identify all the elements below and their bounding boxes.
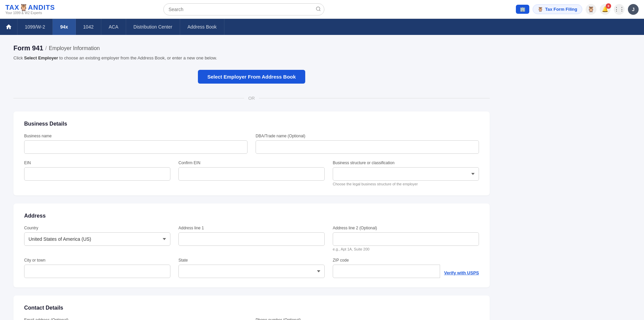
email-label: Email address (Optional) <box>24 318 248 320</box>
state-group: State Alabama Alaska Arizona California … <box>178 258 325 278</box>
email-group: Email address (Optional) <box>24 318 248 320</box>
nav-item-addressbook[interactable]: Address Book <box>180 19 224 35</box>
country-group: Country United States of America (US) Ca… <box>24 226 170 251</box>
avatar[interactable]: J <box>628 4 639 15</box>
page-hint: Click Select Employer to choose an exist… <box>13 55 490 60</box>
contact-details-section: Contact Details Email address (Optional)… <box>13 295 490 320</box>
business-icon: 🏢 <box>520 7 525 12</box>
city-label: City or town <box>24 258 170 263</box>
phone-group: Phone number (Optional) <box>256 318 479 320</box>
search-icon <box>316 6 321 12</box>
contact-row: Email address (Optional) Phone number (O… <box>24 318 479 320</box>
city-group: City or town <box>24 258 170 278</box>
zip-row: Verify with USPS <box>333 265 479 278</box>
business-name-row: Business name DBA/Trade name (Optional) <box>24 134 479 154</box>
breadcrumb-separator: / <box>45 45 47 51</box>
top-navigation: TAX🦉ANDITS Your 1099 & W2 Experts 🏢 🦉 Ta… <box>0 0 644 19</box>
structure-hint: Choose the legal business structure of t… <box>333 182 479 186</box>
phone-label: Phone number (Optional) <box>256 318 479 320</box>
structure-label: Business structure or classification <box>333 161 479 165</box>
ein-group: EIN <box>24 161 170 186</box>
business-button[interactable]: 🏢 <box>516 5 529 14</box>
address2-label: Address line 2 (Optional) <box>333 226 479 230</box>
country-address-row: Country United States of America (US) Ca… <box>24 226 479 251</box>
country-select[interactable]: United States of America (US) Canada Uni… <box>24 232 170 246</box>
logo: TAX🦉ANDITS Your 1099 & W2 Experts <box>5 4 66 15</box>
zip-label: ZIP code <box>333 258 479 263</box>
confirm-ein-group: Confirm EIN <box>178 161 325 186</box>
business-details-section: Business Details Business name DBA/Trade… <box>13 111 490 195</box>
ein-input[interactable] <box>24 167 170 181</box>
address1-group: Address line 1 <box>178 226 325 251</box>
address-title: Address <box>24 213 479 219</box>
structure-group: Business structure or classification Sol… <box>333 161 479 186</box>
address-section: Address Country United States of America… <box>13 203 490 287</box>
breadcrumb-page: Employer Information <box>49 45 100 51</box>
dba-label: DBA/Trade name (Optional) <box>256 134 479 138</box>
business-name-label: Business name <box>24 134 248 138</box>
select-employer-button[interactable]: Select Employer From Address Book <box>198 70 305 84</box>
country-label: Country <box>24 226 170 230</box>
nav-item-94x[interactable]: 94x <box>53 19 75 35</box>
nav-item-aca[interactable]: ACA <box>101 19 126 35</box>
state-label: State <box>178 258 325 263</box>
verify-usps-link[interactable]: Verify with USPS <box>444 270 479 278</box>
address2-hint: e.g., Apt 1A, Suite 200 <box>333 247 479 251</box>
or-label: OR <box>248 96 255 101</box>
address1-label: Address line 1 <box>178 226 325 230</box>
zip-input[interactable] <box>333 265 440 278</box>
address2-group: Address line 2 (Optional) e.g., Apt 1A, … <box>333 226 479 251</box>
ein-row: EIN Confirm EIN Business structure or cl… <box>24 161 479 186</box>
main-content: Form 941 / Employer Information Click Se… <box>0 35 503 320</box>
address2-input[interactable] <box>333 232 479 246</box>
confirm-ein-label: Confirm EIN <box>178 161 325 165</box>
dba-name-group: DBA/Trade name (Optional) <box>256 134 479 154</box>
notification-bell-button[interactable]: 🔔 0 <box>600 4 610 15</box>
or-divider: OR <box>13 96 490 101</box>
grid-menu-button[interactable]: ⋮⋮ <box>614 4 625 15</box>
confirm-ein-input[interactable] <box>178 167 325 181</box>
breadcrumb: Form 941 / Employer Information <box>13 44 490 52</box>
logo-text: TAX🦉ANDITS Your 1099 & W2 Experts <box>5 4 55 15</box>
nav-item-1099w2[interactable]: 1099/W-2 <box>17 19 53 35</box>
structure-select[interactable]: Sole Proprietor Partnership Corporation … <box>333 167 479 181</box>
zip-group: ZIP code Verify with USPS <box>333 258 479 278</box>
logo-tagline: Your 1099 & W2 Experts <box>5 11 55 15</box>
search-bar <box>163 3 324 15</box>
hint-keyword: Select Employer <box>24 55 58 60</box>
city-input[interactable] <box>24 265 170 278</box>
top-nav-right: 🏢 🦉 Tax Form Filing 🦉 🔔 0 ⋮⋮ J <box>516 4 639 15</box>
business-details-title: Business Details <box>24 121 479 127</box>
ein-label: EIN <box>24 161 170 165</box>
state-select[interactable]: Alabama Alaska Arizona California Colora… <box>178 265 325 278</box>
logo-brand: TAX🦉ANDITS <box>5 4 55 11</box>
nav-home-button[interactable] <box>0 19 17 35</box>
secondary-navigation: 1099/W-2 94x 1042 ACA Distribution Cente… <box>0 19 644 35</box>
svg-line-1 <box>319 10 320 11</box>
svg-point-0 <box>316 7 320 10</box>
business-name-group: Business name <box>24 134 248 154</box>
nav-item-1042[interactable]: 1042 <box>76 19 101 35</box>
dba-input[interactable] <box>256 140 479 154</box>
tax-form-button[interactable]: 🦉 Tax Form Filing <box>533 4 582 14</box>
address1-input[interactable] <box>178 232 325 246</box>
tax-form-icon: 🦉 <box>538 7 543 12</box>
search-input[interactable] <box>163 3 324 15</box>
city-state-zip-row: City or town State Alabama Alaska Arizon… <box>24 258 479 278</box>
notification-badge: 0 <box>606 3 611 9</box>
breadcrumb-form: Form 941 <box>13 44 43 52</box>
nav-item-distribution[interactable]: Distribution Center <box>126 19 180 35</box>
business-name-input[interactable] <box>24 140 248 154</box>
tax-form-label: Tax Form Filing <box>545 7 577 12</box>
contact-details-title: Contact Details <box>24 305 479 311</box>
profile-icon-button[interactable]: 🦉 <box>586 4 596 15</box>
